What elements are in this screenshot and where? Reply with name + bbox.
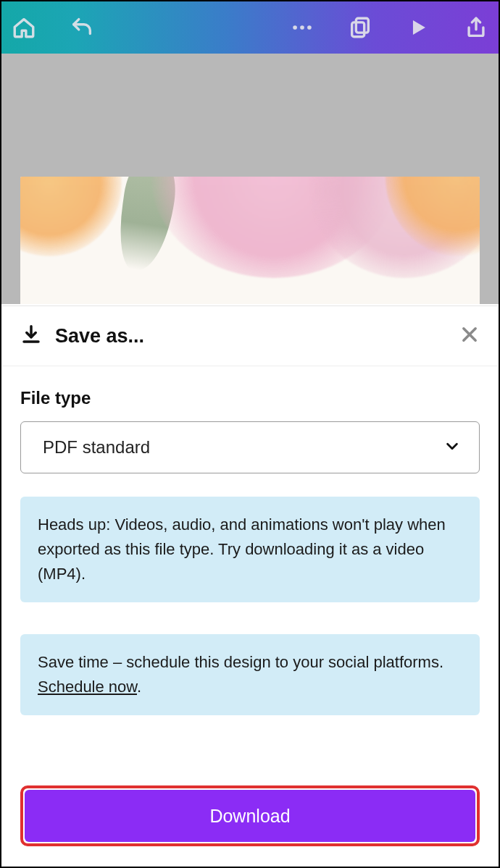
close-button[interactable] [459,324,480,347]
undo-icon[interactable] [70,15,94,40]
download-highlight: Download [20,785,480,846]
file-type-select[interactable]: PDF standard [20,421,480,473]
schedule-notice: Save time – schedule this design to your… [20,634,480,715]
share-icon[interactable] [464,15,488,40]
save-as-sheet: Save as... File type PDF standard Heads … [3,306,497,865]
file-type-value: PDF standard [43,437,150,458]
schedule-suffix: . [137,678,141,696]
svg-point-2 [307,25,312,30]
file-type-label: File type [20,388,480,408]
schedule-now-link[interactable]: Schedule now [38,678,137,696]
svg-point-0 [293,25,297,30]
canvas-preview [1,54,499,304]
home-icon[interactable] [12,15,36,40]
download-button[interactable]: Download [25,790,475,842]
pages-icon[interactable] [348,15,372,40]
play-icon[interactable] [406,15,430,40]
schedule-prefix: Save time – schedule this design to your… [38,653,443,671]
svg-rect-4 [352,22,364,37]
sheet-title: Save as... [55,325,144,347]
svg-rect-3 [356,18,368,33]
more-icon[interactable] [290,15,314,40]
chevron-down-icon [444,438,460,457]
download-icon [20,324,42,348]
top-toolbar [1,1,499,54]
export-warning-notice: Heads up: Videos, audio, and animations … [20,497,480,602]
notice-text: Heads up: Videos, audio, and animations … [38,515,446,583]
svg-point-1 [300,25,304,30]
design-canvas [20,177,480,304]
